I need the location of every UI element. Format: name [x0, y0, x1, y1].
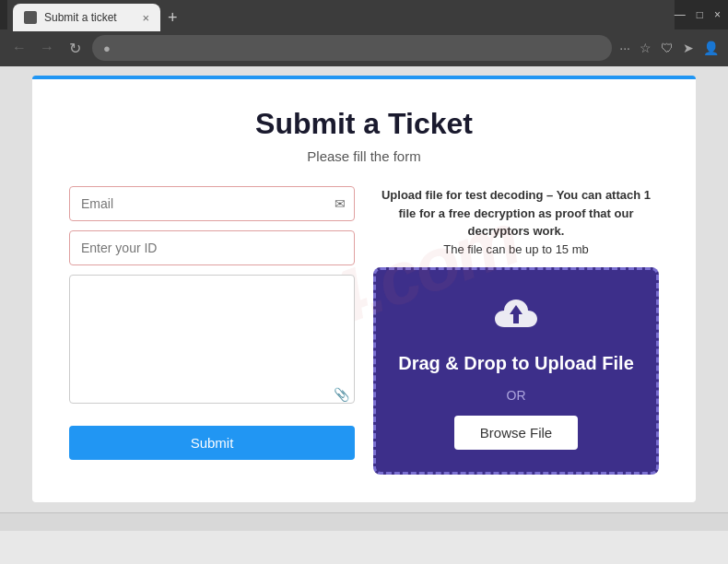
- status-bar: [0, 512, 728, 531]
- email-input[interactable]: [69, 186, 355, 221]
- new-tab-button[interactable]: +: [168, 4, 178, 31]
- submit-button[interactable]: Submit: [69, 426, 355, 460]
- drop-zone[interactable]: Drag & Drop to Upload File OR Browse Fil…: [373, 267, 659, 475]
- or-label: OR: [394, 388, 638, 403]
- drag-drop-label: Drag & Drop to Upload File: [394, 351, 638, 375]
- browser-tab[interactable]: Submit a ticket ×: [13, 4, 160, 31]
- profile-button[interactable]: 👤: [703, 41, 719, 55]
- more-button[interactable]: ···: [619, 41, 630, 55]
- upload-cloud-icon: [394, 292, 638, 342]
- page-title: Submit a Ticket: [69, 107, 659, 141]
- shield-icon: 🛡: [661, 41, 674, 55]
- message-field-wrapper: 📎: [69, 275, 355, 407]
- send-button[interactable]: ➤: [683, 41, 694, 55]
- page-subtitle: Please fill the form: [69, 148, 659, 164]
- upload-column: Upload file for test decoding – You can …: [373, 186, 659, 475]
- form-column: ✉ 📎 Submit: [69, 186, 355, 460]
- forward-button[interactable]: →: [37, 40, 57, 56]
- tab-favicon: [24, 11, 37, 24]
- address-input[interactable]: ●: [92, 35, 612, 61]
- title-bar: Submit a ticket × + — □ ×: [0, 0, 728, 29]
- back-button[interactable]: ←: [9, 40, 29, 56]
- bookmark-button[interactable]: ☆: [640, 41, 652, 55]
- upload-description: Upload file for test decoding – You can …: [373, 186, 659, 258]
- tab-title: Submit a ticket: [44, 11, 117, 24]
- form-upload-row: ✉ 📎 Submit Upload file for test decoding…: [69, 186, 659, 475]
- minimize-button[interactable]: —: [675, 8, 686, 21]
- toolbar-icons: ··· ☆ 🛡 ➤ 👤: [619, 41, 719, 55]
- message-textarea[interactable]: [69, 275, 355, 404]
- refresh-button[interactable]: ↻: [65, 40, 85, 57]
- window-controls: — □ ×: [675, 8, 721, 21]
- email-field-wrapper: ✉: [69, 186, 355, 221]
- tab-close-button[interactable]: ×: [142, 11, 149, 25]
- browse-file-button[interactable]: Browse File: [454, 416, 578, 450]
- maximize-button[interactable]: □: [697, 8, 703, 21]
- email-icon: ✉: [335, 196, 346, 211]
- attachment-icon: 📎: [334, 387, 349, 402]
- ticket-card: risk4.com Submit a Ticket Please fill th…: [32, 76, 696, 502]
- close-button[interactable]: ×: [714, 8, 721, 21]
- address-bar: ← → ↻ ● ··· ☆ 🛡 ➤ 👤: [0, 29, 728, 66]
- id-input[interactable]: [69, 230, 355, 265]
- site-icon: ●: [103, 41, 111, 55]
- page-content: risk4.com Submit a Ticket Please fill th…: [0, 66, 728, 512]
